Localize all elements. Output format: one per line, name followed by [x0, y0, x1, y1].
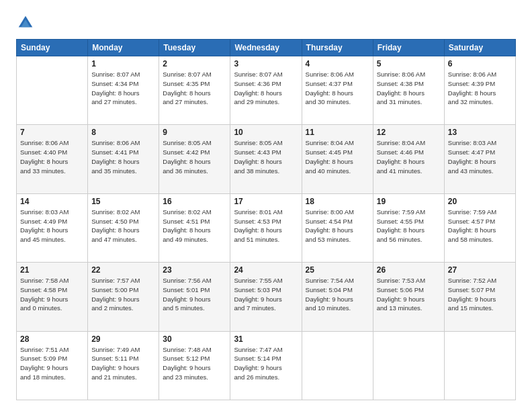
day-number: 12	[377, 128, 441, 137]
logo-icon	[16, 13, 35, 32]
day-cell-26: 26Sunrise: 7:53 AM Sunset: 5:06 PM Dayli…	[373, 263, 444, 331]
day-cell-7: 7Sunrise: 8:06 AM Sunset: 4:40 PM Daylig…	[17, 125, 88, 193]
day-number: 4	[306, 59, 369, 68]
weekday-header-row: SundayMondayTuesdayWednesdayThursdayFrid…	[17, 40, 516, 56]
day-info: Sunrise: 7:48 AM Sunset: 5:12 PM Dayligh…	[163, 345, 226, 382]
day-info: Sunrise: 7:49 AM Sunset: 5:11 PM Dayligh…	[91, 345, 155, 382]
day-number: 31	[234, 334, 298, 344]
weekday-header-monday: Monday	[88, 40, 159, 56]
day-number: 16	[163, 197, 226, 206]
weekday-header-saturday: Saturday	[444, 40, 515, 56]
day-info: Sunrise: 8:06 AM Sunset: 4:40 PM Dayligh…	[20, 138, 84, 175]
day-number: 10	[234, 128, 298, 137]
day-cell-9: 9Sunrise: 8:05 AM Sunset: 4:42 PM Daylig…	[159, 125, 230, 193]
week-row-1: 1Sunrise: 8:07 AM Sunset: 4:34 PM Daylig…	[17, 56, 516, 125]
day-cell-3: 3Sunrise: 8:07 AM Sunset: 4:36 PM Daylig…	[230, 56, 302, 125]
day-number: 30	[163, 334, 226, 344]
week-row-3: 14Sunrise: 8:03 AM Sunset: 4:49 PM Dayli…	[17, 193, 516, 262]
day-cell-4: 4Sunrise: 8:06 AM Sunset: 4:37 PM Daylig…	[302, 56, 373, 125]
day-info: Sunrise: 8:06 AM Sunset: 4:39 PM Dayligh…	[448, 70, 512, 107]
day-cell-15: 15Sunrise: 8:02 AM Sunset: 4:50 PM Dayli…	[88, 193, 159, 262]
day-number: 18	[306, 197, 369, 206]
day-info: Sunrise: 7:55 AM Sunset: 5:03 PM Dayligh…	[234, 276, 298, 313]
day-info: Sunrise: 8:01 AM Sunset: 4:53 PM Dayligh…	[234, 208, 298, 244]
day-info: Sunrise: 8:06 AM Sunset: 4:41 PM Dayligh…	[91, 138, 155, 175]
day-cell-1: 1Sunrise: 8:07 AM Sunset: 4:34 PM Daylig…	[88, 56, 159, 125]
day-cell-17: 17Sunrise: 8:01 AM Sunset: 4:53 PM Dayli…	[230, 193, 302, 262]
day-number: 14	[20, 197, 84, 206]
day-number: 15	[91, 197, 155, 206]
day-number: 28	[20, 334, 84, 344]
empty-cell	[444, 331, 515, 400]
day-info: Sunrise: 7:57 AM Sunset: 5:00 PM Dayligh…	[91, 276, 155, 313]
day-cell-28: 28Sunrise: 7:51 AM Sunset: 5:09 PM Dayli…	[17, 331, 88, 400]
day-number: 2	[163, 59, 226, 68]
day-number: 20	[448, 197, 512, 206]
empty-cell	[302, 331, 373, 400]
day-info: Sunrise: 7:58 AM Sunset: 4:58 PM Dayligh…	[20, 276, 84, 313]
day-info: Sunrise: 7:51 AM Sunset: 5:09 PM Dayligh…	[20, 345, 84, 382]
day-number: 13	[448, 128, 512, 137]
day-cell-27: 27Sunrise: 7:52 AM Sunset: 5:07 PM Dayli…	[444, 263, 515, 331]
day-info: Sunrise: 8:02 AM Sunset: 4:50 PM Dayligh…	[91, 208, 155, 244]
day-number: 26	[377, 265, 441, 275]
day-info: Sunrise: 8:07 AM Sunset: 4:34 PM Dayligh…	[91, 70, 155, 107]
day-cell-2: 2Sunrise: 8:07 AM Sunset: 4:35 PM Daylig…	[159, 56, 230, 125]
day-info: Sunrise: 8:02 AM Sunset: 4:51 PM Dayligh…	[163, 208, 226, 244]
day-number: 6	[448, 59, 512, 68]
day-number: 7	[20, 128, 84, 137]
day-cell-20: 20Sunrise: 7:59 AM Sunset: 4:57 PM Dayli…	[444, 193, 515, 262]
weekday-header-friday: Friday	[373, 40, 444, 56]
day-info: Sunrise: 8:06 AM Sunset: 4:37 PM Dayligh…	[306, 70, 369, 107]
day-cell-29: 29Sunrise: 7:49 AM Sunset: 5:11 PM Dayli…	[88, 331, 159, 400]
day-cell-12: 12Sunrise: 8:04 AM Sunset: 4:46 PM Dayli…	[373, 125, 444, 193]
day-number: 19	[377, 197, 441, 206]
day-number: 17	[234, 197, 298, 206]
weekday-header-sunday: Sunday	[17, 40, 88, 56]
calendar-page: SundayMondayTuesdayWednesdayThursdayFrid…	[0, 0, 532, 411]
weekday-header-wednesday: Wednesday	[230, 40, 302, 56]
day-info: Sunrise: 8:04 AM Sunset: 4:46 PM Dayligh…	[377, 138, 441, 175]
day-number: 21	[20, 265, 84, 275]
day-number: 25	[306, 265, 369, 275]
day-info: Sunrise: 8:07 AM Sunset: 4:35 PM Dayligh…	[163, 70, 226, 107]
logo	[16, 13, 38, 32]
calendar-table: SundayMondayTuesdayWednesdayThursdayFrid…	[16, 39, 516, 400]
day-info: Sunrise: 8:04 AM Sunset: 4:45 PM Dayligh…	[306, 138, 369, 175]
day-info: Sunrise: 7:56 AM Sunset: 5:01 PM Dayligh…	[163, 276, 226, 313]
day-cell-5: 5Sunrise: 8:06 AM Sunset: 4:38 PM Daylig…	[373, 56, 444, 125]
day-info: Sunrise: 8:05 AM Sunset: 4:43 PM Dayligh…	[234, 138, 298, 175]
day-number: 8	[91, 128, 155, 137]
day-number: 29	[91, 334, 155, 344]
day-cell-8: 8Sunrise: 8:06 AM Sunset: 4:41 PM Daylig…	[88, 125, 159, 193]
day-cell-11: 11Sunrise: 8:04 AM Sunset: 4:45 PM Dayli…	[302, 125, 373, 193]
day-cell-19: 19Sunrise: 7:59 AM Sunset: 4:55 PM Dayli…	[373, 193, 444, 262]
day-cell-13: 13Sunrise: 8:03 AM Sunset: 4:47 PM Dayli…	[444, 125, 515, 193]
day-info: Sunrise: 7:47 AM Sunset: 5:14 PM Dayligh…	[234, 345, 298, 382]
day-number: 11	[306, 128, 369, 137]
day-cell-6: 6Sunrise: 8:06 AM Sunset: 4:39 PM Daylig…	[444, 56, 515, 125]
day-number: 22	[91, 265, 155, 275]
header	[16, 13, 516, 32]
day-number: 27	[448, 265, 512, 275]
day-number: 1	[91, 59, 155, 68]
empty-cell	[17, 56, 88, 125]
day-info: Sunrise: 7:59 AM Sunset: 4:57 PM Dayligh…	[448, 208, 512, 244]
day-number: 5	[377, 59, 441, 68]
week-row-2: 7Sunrise: 8:06 AM Sunset: 4:40 PM Daylig…	[17, 125, 516, 193]
day-number: 23	[163, 265, 226, 275]
day-info: Sunrise: 8:00 AM Sunset: 4:54 PM Dayligh…	[306, 208, 369, 244]
day-info: Sunrise: 8:07 AM Sunset: 4:36 PM Dayligh…	[234, 70, 298, 107]
weekday-header-thursday: Thursday	[302, 40, 373, 56]
day-info: Sunrise: 7:52 AM Sunset: 5:07 PM Dayligh…	[448, 276, 512, 313]
week-row-5: 28Sunrise: 7:51 AM Sunset: 5:09 PM Dayli…	[17, 331, 516, 400]
day-cell-18: 18Sunrise: 8:00 AM Sunset: 4:54 PM Dayli…	[302, 193, 373, 262]
day-number: 3	[234, 59, 298, 68]
day-info: Sunrise: 8:06 AM Sunset: 4:38 PM Dayligh…	[377, 70, 441, 107]
day-number: 24	[234, 265, 298, 275]
day-cell-24: 24Sunrise: 7:55 AM Sunset: 5:03 PM Dayli…	[230, 263, 302, 331]
empty-cell	[373, 331, 444, 400]
day-cell-23: 23Sunrise: 7:56 AM Sunset: 5:01 PM Dayli…	[159, 263, 230, 331]
day-cell-21: 21Sunrise: 7:58 AM Sunset: 4:58 PM Dayli…	[17, 263, 88, 331]
day-info: Sunrise: 8:05 AM Sunset: 4:42 PM Dayligh…	[163, 138, 226, 175]
